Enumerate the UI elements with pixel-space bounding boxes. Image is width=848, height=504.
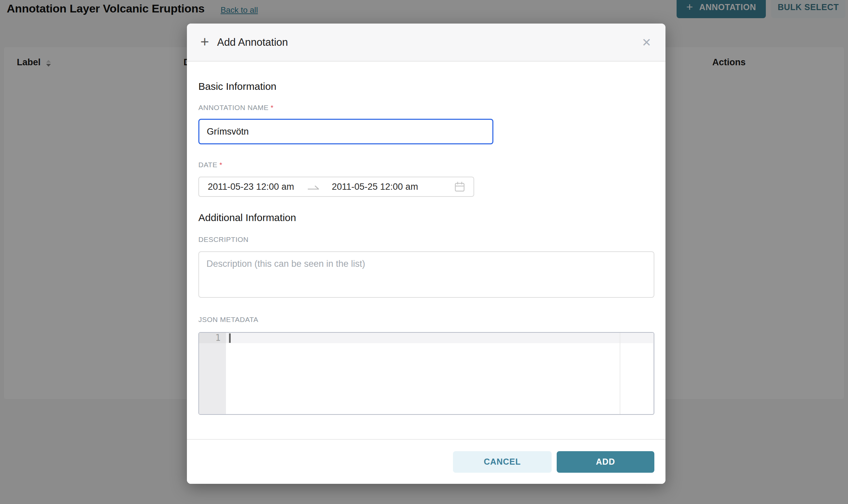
editor-gutter (199, 333, 226, 414)
date-end-value[interactable]: 2011-05-25 12:00 am (332, 182, 418, 192)
date-start-value[interactable]: 2011-05-23 12:00 am (208, 182, 294, 192)
annotation-name-label: ANNOTATION NAME* (198, 103, 654, 112)
section-additional-information: Additional Information (198, 211, 654, 224)
json-metadata-label: JSON METADATA (198, 315, 654, 324)
modal-body: Basic Information ANNOTATION NAME* DATE*… (187, 80, 665, 415)
required-marker: * (271, 104, 274, 111)
modal-footer: CANCEL ADD (187, 439, 665, 484)
add-button[interactable]: ADD (557, 451, 654, 473)
editor-text-cursor (229, 334, 231, 343)
description-textarea[interactable] (198, 251, 654, 298)
swap-right-arrow-icon (308, 184, 319, 191)
editor-active-line (226, 333, 654, 343)
calendar-icon[interactable] (454, 181, 465, 193)
date-range-picker[interactable]: 2011-05-23 12:00 am 2011-05-25 12:00 am (198, 177, 474, 197)
json-metadata-editor[interactable]: 1 (198, 332, 654, 415)
editor-print-margin (620, 333, 620, 414)
required-marker: * (219, 161, 222, 168)
cancel-button[interactable]: CANCEL (453, 451, 552, 473)
close-icon[interactable]: ✕ (642, 37, 652, 48)
description-label: DESCRIPTION (198, 235, 654, 244)
editor-line-number: 1 (199, 333, 226, 343)
modal-title: Add Annotation (217, 36, 288, 49)
plus-icon: + (201, 34, 209, 49)
date-label: DATE* (198, 161, 654, 169)
section-basic-information: Basic Information (198, 80, 654, 93)
add-annotation-modal: + Add Annotation ✕ Basic Information ANN… (187, 23, 665, 484)
modal-header: + Add Annotation ✕ (187, 23, 665, 61)
annotation-name-input[interactable] (198, 119, 494, 144)
